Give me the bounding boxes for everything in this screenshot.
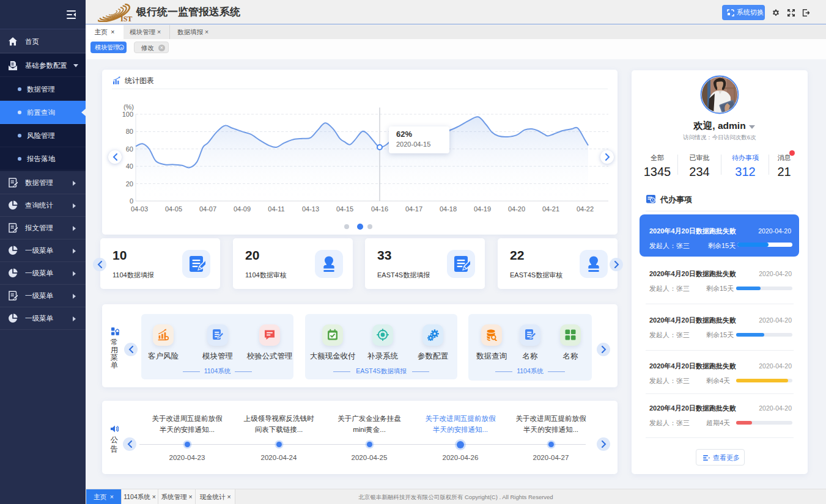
svg-text:04-13: 04-13 bbox=[302, 205, 319, 213]
svg-text:40: 40 bbox=[126, 163, 133, 170]
svg-text:04-03: 04-03 bbox=[131, 205, 148, 213]
svg-text:04-17: 04-17 bbox=[405, 205, 422, 213]
svg-text:04-19: 04-19 bbox=[474, 205, 491, 213]
svg-text:04-21: 04-21 bbox=[542, 205, 559, 213]
svg-text:04-11: 04-11 bbox=[268, 205, 284, 213]
svg-text:04-16: 04-16 bbox=[371, 205, 388, 213]
svg-text:60: 60 bbox=[126, 145, 133, 153]
svg-text:(%): (%) bbox=[124, 103, 134, 111]
svg-text:04-22: 04-22 bbox=[577, 205, 594, 213]
svg-text:04-05: 04-05 bbox=[165, 205, 182, 213]
svg-text:04-18: 04-18 bbox=[440, 205, 457, 213]
svg-text:IST: IST bbox=[120, 15, 132, 22]
svg-text:04-07: 04-07 bbox=[199, 205, 216, 213]
svg-text:04-15: 04-15 bbox=[336, 205, 353, 213]
svg-text:04-20: 04-20 bbox=[508, 205, 525, 213]
svg-text:0: 0 bbox=[130, 197, 133, 205]
svg-text:80: 80 bbox=[126, 128, 133, 135]
svg-text:04-09: 04-09 bbox=[234, 205, 251, 213]
svg-text:20: 20 bbox=[126, 180, 133, 188]
svg-text:100: 100 bbox=[122, 111, 133, 118]
